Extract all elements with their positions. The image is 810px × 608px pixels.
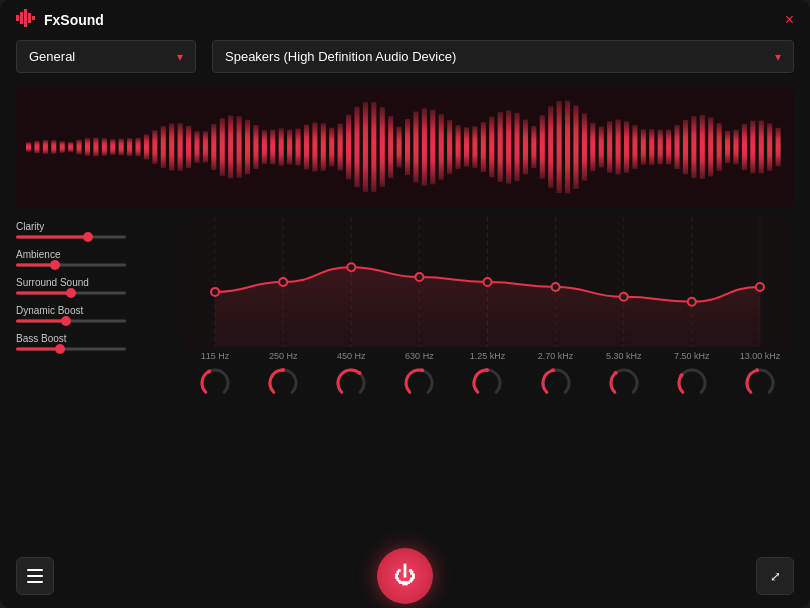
slider-label-3: Dynamic Boost: [16, 305, 171, 316]
device-dropdown[interactable]: Speakers (High Definition Audio Device) …: [212, 40, 794, 73]
eq-label-8: 13.00 kHz: [735, 351, 785, 361]
slider-thumb-1[interactable]: [50, 260, 60, 270]
eq-knob-6[interactable]: [606, 365, 642, 401]
app-logo: FxSound: [16, 9, 104, 31]
power-icon: ⏻: [394, 563, 416, 589]
slider-item-ambience: Ambience: [16, 249, 171, 267]
svg-rect-0: [16, 15, 19, 21]
slider-fill-2: [16, 292, 71, 295]
slider-fill-4: [16, 348, 60, 351]
eq-knob-1[interactable]: [265, 365, 301, 401]
device-arrow: ▾: [775, 50, 781, 64]
eq-knob-3[interactable]: [401, 365, 437, 401]
svg-point-13: [755, 368, 759, 372]
eq-label-3: 630 Hz: [394, 351, 444, 361]
close-button[interactable]: ×: [785, 11, 794, 29]
menu-line-3: [27, 581, 43, 583]
menu-button[interactable]: [16, 557, 54, 595]
eq-label-1: 250 Hz: [258, 351, 308, 361]
app-title: FxSound: [44, 12, 104, 28]
eq-knob-4[interactable]: [469, 365, 505, 401]
slider-item-surround-sound: Surround Sound: [16, 277, 171, 295]
dropdowns-row: General ▾ Speakers (High Definition Audi…: [16, 40, 794, 73]
preset-dropdown[interactable]: General ▾: [16, 40, 196, 73]
slider-label-4: Bass Boost: [16, 333, 171, 344]
eq-knob-0[interactable]: [197, 365, 233, 401]
slider-thumb-4[interactable]: [55, 344, 65, 354]
app-window: FxSound × General ▾ Speakers (High Defin…: [0, 0, 810, 608]
expand-button[interactable]: ⤢: [756, 557, 794, 595]
menu-line-1: [27, 569, 43, 571]
slider-track-2[interactable]: [16, 291, 126, 295]
eq-label-0: 115 Hz: [190, 351, 240, 361]
svg-rect-4: [32, 16, 35, 20]
eq-label-5: 2.70 kHz: [531, 351, 581, 361]
svg-point-12: [679, 373, 683, 377]
controls-section: Clarity Ambience Surround Sound Dynamic …: [16, 217, 794, 532]
eq-label-2: 450 Hz: [326, 351, 376, 361]
eq-knob-2[interactable]: [333, 365, 369, 401]
svg-rect-1: [20, 12, 23, 24]
eq-labels-row: 115 Hz250 Hz450 Hz630 Hz1.25 kHz2.70 kHz…: [181, 347, 794, 363]
slider-item-clarity: Clarity: [16, 221, 171, 239]
menu-line-2: [27, 575, 43, 577]
slider-thumb-3[interactable]: [61, 316, 71, 326]
slider-track-4[interactable]: [16, 347, 126, 351]
main-content: General ▾ Speakers (High Definition Audi…: [0, 40, 810, 544]
eq-canvas: [181, 217, 794, 347]
slider-track-0[interactable]: [16, 235, 126, 239]
slider-item-bass-boost: Bass Boost: [16, 333, 171, 351]
slider-label-0: Clarity: [16, 221, 171, 232]
slider-fill-0: [16, 236, 88, 239]
sliders-panel: Clarity Ambience Surround Sound Dynamic …: [16, 217, 171, 532]
slider-item-dynamic-boost: Dynamic Boost: [16, 305, 171, 323]
eq-knob-5[interactable]: [538, 365, 574, 401]
svg-point-9: [485, 368, 489, 372]
slider-thumb-2[interactable]: [66, 288, 76, 298]
eq-knobs-row: [181, 363, 794, 403]
slider-track-3[interactable]: [16, 319, 126, 323]
svg-point-11: [613, 371, 617, 375]
waveform-container: [16, 87, 794, 207]
expand-icon: ⤢: [770, 569, 781, 584]
slider-track-1[interactable]: [16, 263, 126, 267]
preset-arrow: ▾: [177, 50, 183, 64]
eq-knob-7[interactable]: [674, 365, 710, 401]
eq-knob-8[interactable]: [742, 365, 778, 401]
preset-label: General: [29, 49, 75, 64]
slider-fill-3: [16, 320, 66, 323]
power-button[interactable]: ⏻: [377, 548, 433, 604]
logo-icon: [16, 9, 38, 31]
svg-rect-2: [24, 9, 27, 27]
svg-point-5: [207, 369, 211, 373]
slider-thumb-0[interactable]: [83, 232, 93, 242]
eq-panel: 115 Hz250 Hz450 Hz630 Hz1.25 kHz2.70 kHz…: [181, 217, 794, 532]
eq-label-6: 5.30 kHz: [599, 351, 649, 361]
svg-point-6: [281, 368, 285, 372]
eq-label-4: 1.25 kHz: [462, 351, 512, 361]
svg-rect-3: [28, 13, 31, 23]
title-bar: FxSound ×: [0, 0, 810, 40]
svg-point-7: [358, 371, 362, 375]
waveform-canvas: [16, 87, 794, 207]
slider-label-1: Ambience: [16, 249, 171, 260]
slider-label-2: Surround Sound: [16, 277, 171, 288]
svg-point-8: [420, 368, 424, 372]
device-label: Speakers (High Definition Audio Device): [225, 49, 456, 64]
bottom-bar: ⏻ ⤢: [0, 544, 810, 608]
eq-label-7: 7.50 kHz: [667, 351, 717, 361]
svg-point-10: [551, 368, 555, 372]
